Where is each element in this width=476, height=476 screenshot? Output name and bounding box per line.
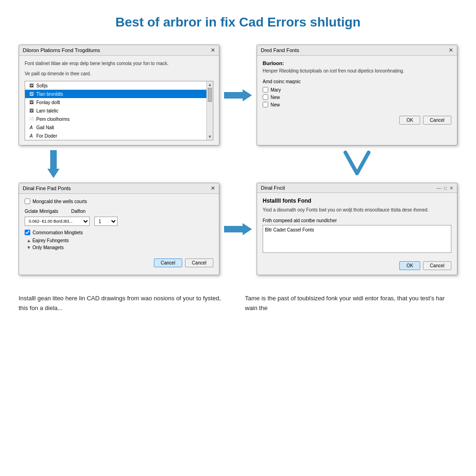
dialog3-item2: ▼ Only Managets: [25, 245, 213, 250]
dialog2-section-title: Burloon:: [263, 60, 451, 66]
dialog-font-options: Diloron Platiorns Fond Trogditums ✕ Font…: [19, 45, 219, 145]
dialog4-title: Dinal Fncit: [261, 185, 285, 191]
item-icon: A: [28, 132, 34, 139]
item-icon: 📄: [28, 116, 34, 122]
checkbox-new-2[interactable]: [263, 102, 268, 107]
svg-marker-1: [47, 150, 60, 178]
minimize-icon[interactable]: —: [436, 185, 441, 191]
dialog4-close-icon[interactable]: ✕: [450, 185, 453, 191]
dialog2-close-icon[interactable]: ✕: [449, 47, 453, 53]
dialog1-titlebar: Diloron Platiorns Fond Trogditums ✕: [19, 45, 219, 56]
dialog4-sub-label: Fnth compeed ald contbe nundlcher: [263, 218, 451, 223]
dialog1-title: Diloron Platiorns Fond Trogditums: [23, 47, 100, 53]
dialog1-close-icon[interactable]: ✕: [211, 47, 215, 53]
dialog-find-fonts: Dred Fand Fonts ✕ Burloon: Henper Rleold…: [257, 45, 457, 145]
dialog2-ok-button[interactable]: OK: [399, 116, 420, 125]
checkbox-row-2[interactable]: New: [263, 94, 451, 100]
checkbox-row-1[interactable]: Mary: [263, 87, 451, 93]
titlebar-controls: — □ ✕: [436, 185, 453, 191]
list-item-selected[interactable]: 🖼 Tlan bronldts: [25, 90, 206, 98]
checkbox-commorn[interactable]: [25, 230, 30, 235]
item-icon: A: [28, 124, 34, 131]
bottom-left-text: Installl gean liteo here lin CAD drawing…: [19, 294, 231, 313]
dialog2-checkboxes-label: Amd coinc maqnic: [263, 79, 451, 84]
dialog4-buttons: OK Cancel: [263, 258, 451, 270]
dialog-fine-pad-fonts: Dinal Fine Pad Ponts ✕ Mongcald tihe wel…: [19, 183, 219, 275]
svg-marker-0: [224, 89, 252, 101]
dialog3-close-icon[interactable]: ✕: [211, 185, 215, 192]
dialog4-desc-text: Yiod a dioumath ooy Fonts bwt you on wol…: [263, 207, 451, 213]
dialog3-cancel-button[interactable]: Cancel: [185, 258, 213, 267]
dialog2-titlebar: Dred Fand Fonts ✕: [257, 45, 457, 56]
dialog3-title: Dinal Fine Pad Ponts: [23, 185, 71, 191]
item-icon: 🖼: [28, 99, 34, 106]
dropdown-label-1: Gclate Minrigats: [25, 209, 66, 214]
list-item[interactable]: A Gail Nalt: [25, 123, 206, 132]
dialog3-ok-button[interactable]: Cancel: [154, 258, 182, 267]
dialog-install-fonts: Dinal Fncit — □ ✕ Hstallll fonts Fond Yi…: [257, 183, 457, 275]
dialog4-cancel-button[interactable]: Cancel: [423, 261, 451, 270]
dialog4-main-title: Hstallll fonts Fond: [263, 198, 451, 204]
checkbox-mary[interactable]: [263, 87, 268, 93]
svg-marker-2: [224, 223, 252, 235]
checkbox-row-commorn[interactable]: Commornation Mingtiets: [25, 230, 213, 235]
list-item[interactable]: A For Doder: [25, 132, 206, 140]
bottom-right-text: Tame is the past of toublsized fonk your…: [245, 294, 457, 313]
dialog3-titlebar: Dinal Fine Pad Ponts ✕: [19, 183, 219, 194]
list-item[interactable]: 🖼 Sofijs: [25, 81, 206, 90]
dialog2-buttons: OK Cancel: [263, 113, 451, 125]
dialog4-text-area[interactable]: Bltr Cadet Cassel Fonts: [263, 225, 451, 253]
page-title: Best of arbror in fix Cad Errors shlutig…: [19, 14, 457, 31]
checkbox-mongcald[interactable]: [25, 198, 30, 204]
checkbox-new-1[interactable]: [263, 94, 268, 100]
dialog3-item1: ▲ Eajrey Fuhngents: [25, 238, 213, 243]
dialog2-section-text: Henper Rleolding ticturploals on icel fr…: [263, 68, 451, 74]
scrollbar[interactable]: ▲ ▼: [206, 81, 213, 140]
item-icon: 🖼: [28, 82, 34, 89]
maximize-icon[interactable]: □: [444, 185, 447, 191]
list-item[interactable]: 🖼 Lam talelic: [25, 106, 206, 115]
dropdown-row-2[interactable]: 0.062- €1.00 Bord.i83... 1: [25, 217, 213, 226]
dialog2-title: Dred Fand Fonts: [261, 47, 299, 53]
arrow-down-right: [257, 145, 457, 183]
checkbox-row-3[interactable]: New: [263, 102, 451, 107]
dropdown-label-2: Dalfion: [71, 209, 94, 214]
arrow-right-bottom: [219, 183, 257, 275]
item-icon: 🖼: [28, 107, 34, 114]
dialog2-cancel-button[interactable]: Cancel: [423, 116, 451, 125]
dialog1-subtext: Ve paill op-timende in thee card.: [25, 71, 213, 77]
arrow-right-top: [219, 45, 257, 145]
dialog1-description: Font slalinet litlae ale erop delp bene …: [25, 60, 213, 67]
dropdown-row-1: Gclate Minrigats Dalfion: [25, 209, 213, 214]
dialog4-titlebar: Dinal Fncit — □ ✕: [257, 183, 457, 193]
list-item[interactable]: 🖼 Fonlay dollt: [25, 98, 206, 106]
dropdown-select-1[interactable]: 0.062- €1.00 Bord.i83...: [25, 217, 90, 226]
list-item[interactable]: 📄 Pem cloolhorms: [25, 115, 206, 123]
dialog1-listbox[interactable]: 🖼 Sofijs 🖼 Tlan bronldts 🖼 Fonlay dollt …: [25, 81, 213, 140]
arrow-down-left: [19, 145, 219, 183]
bottom-text-section: Installl gean liteo here lin CAD drawing…: [19, 289, 457, 313]
checkbox-row-mongcald[interactable]: Mongcald tihe wells courts: [25, 198, 213, 204]
dialog4-ok-button[interactable]: OK: [399, 261, 420, 270]
dropdown-select-2[interactable]: 1: [94, 217, 118, 226]
item-icon: 🖼: [28, 91, 34, 97]
dialog3-buttons: Cancel Cancel: [25, 256, 213, 267]
